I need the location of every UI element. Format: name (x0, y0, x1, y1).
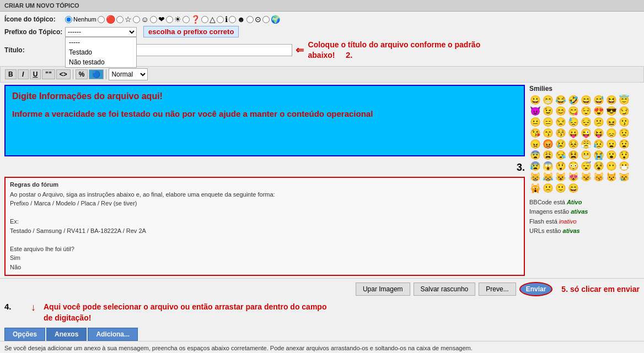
tab-additional[interactable]: Adiciona... (88, 328, 138, 341)
smiley-item[interactable]: 😽 (593, 172, 605, 182)
icon-heart-input[interactable] (150, 16, 157, 23)
smiley-item[interactable]: 😹 (542, 172, 554, 182)
icon-star-radio[interactable]: ☆ (116, 15, 132, 24)
smiley-item[interactable]: 😸 (529, 172, 541, 182)
underline-button[interactable]: U (30, 69, 41, 79)
smiley-item[interactable]: 😯 (618, 150, 630, 160)
smiley-item[interactable]: 😄 (567, 183, 579, 193)
smiley-item[interactable]: 🙁 (542, 183, 554, 193)
smiley-item[interactable]: 😒 (555, 117, 567, 127)
icon-globe-radio[interactable]: 🌍 (262, 15, 280, 24)
icon-smile-input[interactable] (133, 16, 140, 23)
icon-none-radio[interactable]: Nenhum (65, 16, 96, 23)
smiley-item[interactable]: 😤 (580, 139, 592, 149)
smiley-item[interactable]: 😣 (567, 139, 579, 149)
icon-star-input[interactable] (116, 16, 124, 23)
icon-tri-radio[interactable]: △ (201, 15, 216, 24)
italic-button[interactable]: I (18, 69, 29, 79)
smiley-item[interactable]: 😗 (618, 117, 630, 127)
smiley-item[interactable]: 🙂 (555, 183, 567, 193)
icon-dot-input[interactable] (98, 16, 105, 23)
prefix-menu-item-nottested[interactable]: Não testado (66, 57, 136, 67)
smiley-item[interactable]: 😦 (605, 139, 618, 149)
bold-button[interactable]: B (5, 69, 17, 79)
smiley-item[interactable]: 😴 (580, 161, 592, 171)
smiley-item[interactable]: 😘 (529, 128, 541, 138)
smiley-item[interactable]: 😩 (542, 150, 554, 160)
smiley-item[interactable]: 😶 (605, 161, 618, 171)
icon-info-input[interactable] (217, 16, 224, 23)
smiley-item[interactable]: 😟 (618, 128, 630, 138)
icon-heart-radio[interactable]: ❤ (150, 15, 165, 24)
smiley-item[interactable]: 😌 (580, 106, 592, 116)
smiley-item[interactable]: 😀 (529, 95, 541, 105)
smiley-item[interactable]: 😰 (529, 161, 541, 171)
smiley-item[interactable]: 😜 (580, 128, 592, 138)
smiley-item[interactable]: 😇 (618, 95, 630, 105)
color-button[interactable]: 🔵 (89, 69, 104, 79)
smiley-item[interactable]: 😂 (555, 95, 567, 105)
smiley-item[interactable]: 😚 (555, 128, 567, 138)
smiley-item[interactable]: 😬 (580, 150, 592, 160)
smiley-item[interactable]: 😞 (605, 128, 618, 138)
smiley-item[interactable]: 😨 (529, 150, 541, 160)
icon-info-radio[interactable]: ℹ (217, 15, 228, 24)
smiley-item[interactable]: 😡 (542, 139, 554, 149)
smiley-item[interactable]: 😻 (567, 172, 579, 182)
smiley-item[interactable]: 😁 (542, 95, 554, 105)
smiley-item[interactable]: 😪 (555, 150, 567, 160)
icon-circle-input[interactable] (246, 16, 254, 23)
icon-globe-input[interactable] (262, 16, 270, 23)
icon-none-input[interactable] (65, 16, 72, 23)
smiley-item[interactable]: 😈 (529, 106, 541, 116)
tab-attachments[interactable]: Anexos (46, 328, 87, 341)
icon-face-radio[interactable]: ☻ (229, 15, 245, 24)
smiley-item[interactable]: 😱 (542, 161, 554, 171)
smiley-item[interactable]: 😕 (593, 117, 605, 127)
smiley-item[interactable]: 😥 (593, 139, 605, 149)
smiley-item[interactable]: 😾 (605, 172, 618, 182)
upload-image-button[interactable]: Upar Imagem (356, 283, 410, 296)
save-draft-button[interactable]: Salvar rascunho (414, 283, 476, 296)
tab-options[interactable]: Opções (4, 328, 45, 341)
smiley-item[interactable]: 😲 (555, 161, 567, 171)
smiley-item[interactable]: 🙀 (529, 183, 541, 193)
font-size-select[interactable]: Normal Pequeno Grande Enorme (109, 68, 148, 80)
smiley-item[interactable]: 😢 (555, 139, 567, 149)
prefix-menu-item-tested[interactable]: Testado (66, 47, 136, 57)
smiley-item[interactable]: 😓 (567, 117, 579, 127)
smiley-item[interactable]: 😮 (605, 150, 618, 160)
smiley-item[interactable]: 😔 (580, 117, 592, 127)
smiley-item[interactable]: 🤣 (567, 95, 579, 105)
link-button[interactable]: % (76, 69, 88, 79)
icon-smile-radio[interactable]: ☺ (133, 15, 149, 24)
smiley-item[interactable]: 😛 (567, 128, 579, 138)
prefix-menu-item-dash[interactable]: ----- (66, 37, 136, 47)
prefix-select[interactable]: ------ ----- Testado Não testado (65, 27, 137, 37)
smiley-item[interactable]: 😿 (618, 172, 630, 182)
smiley-item[interactable]: 😷 (618, 161, 630, 171)
smiley-item[interactable]: 😅 (593, 95, 605, 105)
icon-dot-radio[interactable]: 🔴 (98, 15, 115, 24)
icon-face-input[interactable] (229, 16, 236, 23)
smiley-item[interactable]: 😄 (580, 95, 592, 105)
smiley-item[interactable]: 😭 (593, 150, 605, 160)
smiley-item[interactable]: 😎 (605, 106, 618, 116)
icon-q-radio[interactable]: ❓ (183, 15, 200, 24)
smiley-item[interactable]: 😆 (605, 95, 618, 105)
preview-button[interactable]: Preve... (479, 283, 516, 296)
icon-circle-radio[interactable]: ⊙ (246, 15, 261, 24)
smiley-item[interactable]: 😐 (529, 117, 541, 127)
icon-sun-input[interactable] (166, 16, 173, 23)
smiley-item[interactable]: 😺 (555, 172, 567, 182)
smiley-item[interactable]: 😫 (567, 150, 579, 160)
icon-tri-input[interactable] (201, 16, 208, 23)
smiley-item[interactable]: 😋 (567, 106, 579, 116)
smiley-item[interactable]: 😝 (593, 128, 605, 138)
smiley-item[interactable]: 😳 (567, 161, 579, 171)
editor-box[interactable]: Digite Informações do arquivo aqui! Info… (4, 85, 525, 156)
smiley-item[interactable]: 😖 (605, 117, 618, 127)
smiley-item[interactable]: 😉 (542, 106, 554, 116)
submit-button[interactable]: Enviar (519, 282, 553, 296)
smiley-item[interactable]: 😵 (593, 161, 605, 171)
